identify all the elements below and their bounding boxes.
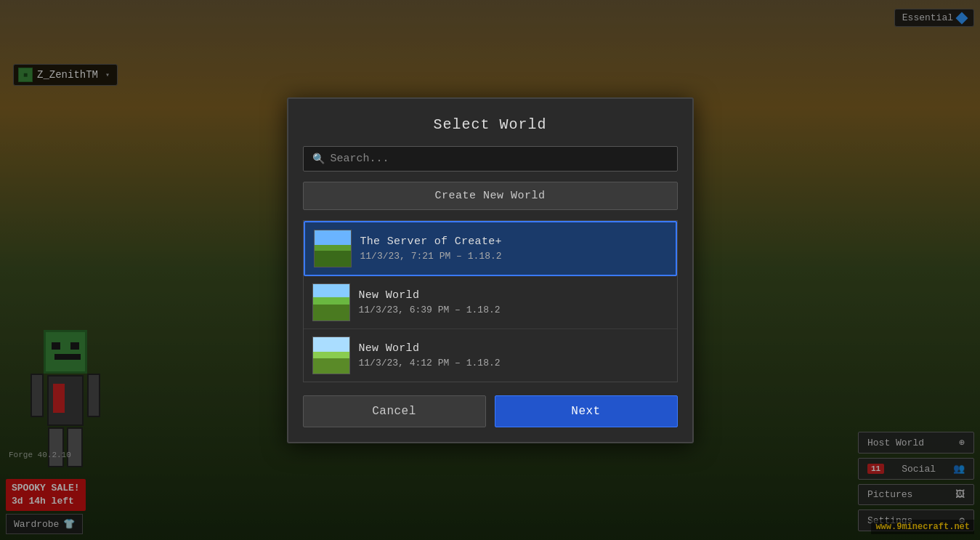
world-info: The Server of Create+ 11/3/23, 7:21 PM –… bbox=[360, 235, 502, 262]
world-info: New World 11/3/23, 6:39 PM – 1.18.2 bbox=[359, 289, 501, 315]
modal-footer: Cancel Next bbox=[303, 395, 678, 427]
world-meta: 11/3/23, 6:39 PM – 1.18.2 bbox=[359, 305, 501, 315]
world-item[interactable]: New World 11/3/23, 6:39 PM – 1.18.2 bbox=[304, 276, 677, 329]
cancel-button[interactable]: Cancel bbox=[303, 395, 486, 427]
world-thumbnail bbox=[314, 230, 352, 267]
select-world-modal: Select World 🔍 Create New World The Serv… bbox=[287, 97, 694, 443]
world-meta: 11/3/23, 4:12 PM – 1.18.2 bbox=[359, 358, 501, 368]
world-item[interactable]: New World 11/3/23, 4:12 PM – 1.18.2 bbox=[304, 329, 677, 382]
create-new-world-button[interactable]: Create New World bbox=[303, 182, 678, 210]
world-thumbnail bbox=[312, 283, 350, 321]
next-button[interactable]: Next bbox=[495, 395, 678, 427]
world-item[interactable]: The Server of Create+ 11/3/23, 7:21 PM –… bbox=[304, 221, 677, 276]
world-name: New World bbox=[359, 342, 501, 355]
world-thumbnail bbox=[312, 337, 350, 374]
world-name: The Server of Create+ bbox=[360, 235, 502, 248]
world-info: New World 11/3/23, 4:12 PM – 1.18.2 bbox=[359, 342, 501, 368]
modal-overlay: Select World 🔍 Create New World The Serv… bbox=[0, 0, 980, 540]
search-icon: 🔍 bbox=[312, 153, 325, 165]
search-bar[interactable]: 🔍 bbox=[303, 146, 678, 172]
modal-title: Select World bbox=[303, 116, 678, 133]
search-input[interactable] bbox=[331, 153, 668, 165]
world-name: New World bbox=[359, 289, 501, 302]
world-list: The Server of Create+ 11/3/23, 7:21 PM –… bbox=[303, 220, 678, 382]
world-meta: 11/3/23, 7:21 PM – 1.18.2 bbox=[360, 251, 502, 262]
